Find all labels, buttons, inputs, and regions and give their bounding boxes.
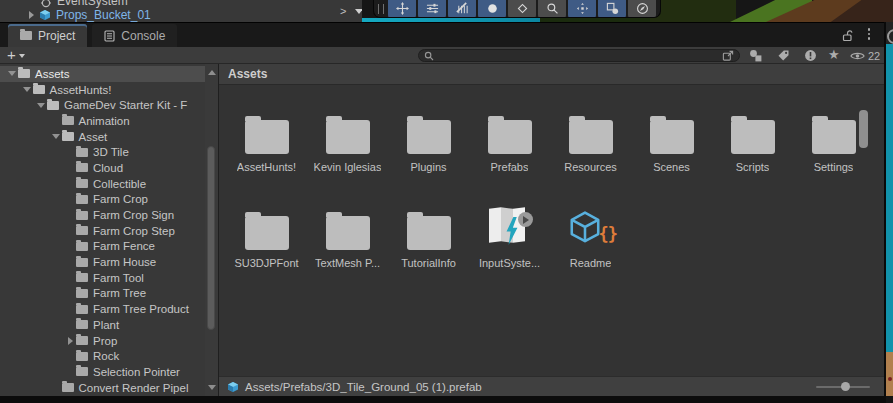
breadcrumb-bar: Assets <box>219 64 884 85</box>
open-search-window-icon[interactable] <box>722 50 734 62</box>
asset-item-inputsyste[interactable]: InputSyste... <box>469 198 550 294</box>
tree-item-collectible[interactable]: Collectible <box>0 176 205 192</box>
asset-icon-wrap <box>245 102 289 154</box>
tree-item-prop[interactable]: Prop <box>0 333 205 349</box>
filter-by-type-button[interactable] <box>749 48 762 63</box>
tree-item-farm-crop-step[interactable]: Farm Crop Step <box>0 223 205 239</box>
folder-icon <box>18 69 30 78</box>
scene-overlay-toolbar <box>373 0 661 18</box>
tree-item-farm-crop[interactable]: Farm Crop <box>0 192 205 208</box>
tag-icon <box>777 49 790 62</box>
twisty-icon[interactable] <box>50 134 62 139</box>
scroll-up-arrow-icon[interactable] <box>208 70 216 75</box>
folder-icon <box>47 101 59 110</box>
mixer-tool-button[interactable] <box>418 0 446 18</box>
scriptable-object-icon: {} <box>565 204 617 250</box>
folder-icon <box>812 120 856 154</box>
tree-item-rock[interactable]: Rock <box>0 348 205 364</box>
twisty-icon[interactable] <box>6 71 18 76</box>
hierarchy-item-props-bucket[interactable]: Props_Bucket_01 <box>29 7 151 22</box>
tree-item-farm-house[interactable]: Farm House <box>0 254 205 270</box>
tree-item-farm-tree[interactable]: Farm Tree <box>0 286 205 302</box>
eye-count: 22 <box>868 50 880 62</box>
overlay-drag-handle[interactable] <box>378 4 384 14</box>
favorites-star-button[interactable]: ★ <box>828 47 840 62</box>
tree-item-farm-crop-sign[interactable]: Farm Crop Sign <box>0 207 205 223</box>
sphere-brush-tool-button[interactable] <box>478 0 506 18</box>
asset-item-textmesh-p[interactable]: TextMesh P... <box>307 198 388 294</box>
tree-item-assets[interactable]: Assets <box>0 66 205 82</box>
asset-item-readme[interactable]: {}Readme <box>550 198 631 294</box>
tree-item-farm-tree-product[interactable]: Farm Tree Product <box>0 301 205 317</box>
prefab-place-tool-button[interactable] <box>598 0 626 18</box>
asset-item-tutorialinfo[interactable]: TutorialInfo <box>388 198 469 294</box>
tab-project[interactable]: Project <box>8 24 87 47</box>
scatter-tool-button[interactable] <box>568 0 596 18</box>
create-asset-button[interactable]: + <box>7 47 25 63</box>
folder-icon <box>62 383 74 392</box>
breadcrumb[interactable]: Assets <box>228 67 267 81</box>
zoom-tool-button[interactable] <box>538 0 566 18</box>
thumbnail-zoom-slider[interactable] <box>816 386 870 388</box>
folder-icon <box>569 120 613 154</box>
move-tool-button[interactable] <box>388 0 416 18</box>
search-field[interactable] <box>418 49 740 62</box>
prefab-open-chevron-icon[interactable]: > <box>340 5 346 17</box>
asset-item-su3djpfont[interactable]: SU3DJPFont <box>226 198 307 294</box>
compass-tool-button[interactable] <box>628 0 656 18</box>
twisty-icon[interactable] <box>64 337 76 345</box>
dropdown-caret-icon[interactable] <box>355 9 362 14</box>
asset-item-kevin-iglesias[interactable]: Kevin Iglesias <box>307 102 388 198</box>
tree-item-selection-pointer[interactable]: Selection Pointer <box>0 364 205 380</box>
tab-console[interactable]: Console <box>92 24 177 47</box>
tree-item-farm-tool[interactable]: Farm Tool <box>0 270 205 286</box>
expand-arrow-icon[interactable] <box>29 11 34 19</box>
asset-item-scripts[interactable]: Scripts <box>712 102 793 198</box>
grid-scrollbar-thumb[interactable] <box>859 110 868 148</box>
asset-item-scenes[interactable]: Scenes <box>631 102 712 198</box>
tab-menu-kebab-icon[interactable] <box>868 28 871 40</box>
hidden-packages-button[interactable] <box>804 48 817 63</box>
tree-item-convert-render-pipel[interactable]: Convert Render Pipel <box>0 380 205 396</box>
tree-item-cloud[interactable]: Cloud <box>0 160 205 176</box>
tree-item-label: Farm Fence <box>93 240 155 252</box>
slider-thumb[interactable] <box>841 382 850 391</box>
folder-icon <box>76 289 88 298</box>
tree-item-plant[interactable]: Plant <box>0 317 205 333</box>
tree-item-label: Farm Crop <box>93 193 148 205</box>
folder-icon <box>76 179 88 188</box>
visibility-toggle[interactable]: 22 <box>850 48 880 63</box>
folder-icon <box>76 242 88 251</box>
terrain-brush-tool-icon <box>456 2 469 15</box>
tree-item-asset[interactable]: Asset <box>0 129 205 145</box>
tree-item-assethunts[interactable]: AssetHunts! <box>0 82 205 98</box>
mesh-paint-tool-button[interactable] <box>508 0 536 18</box>
scroll-down-arrow-icon[interactable] <box>208 385 216 390</box>
folder-icon <box>326 120 370 154</box>
plus-icon: + <box>7 48 16 62</box>
asset-label: Scripts <box>736 161 770 173</box>
asset-item-assethunts[interactable]: AssetHunts! <box>226 102 307 198</box>
twisty-icon[interactable] <box>35 103 47 108</box>
shapes-icon <box>749 49 762 62</box>
unlock-icon[interactable] <box>842 29 854 42</box>
asset-item-prefabs[interactable]: Prefabs <box>469 102 550 198</box>
tree-scrollbar[interactable] <box>205 64 218 396</box>
tree-item-label: Farm Crop Sign <box>93 209 174 221</box>
terrain-brush-tool-button[interactable] <box>448 0 476 18</box>
folder-icon <box>76 352 88 361</box>
tree-scrollbar-thumb[interactable] <box>207 146 215 330</box>
asset-icon-wrap <box>731 102 775 154</box>
folder-icon <box>245 120 289 154</box>
tree-item-farm-fence[interactable]: Farm Fence <box>0 239 205 255</box>
tree-item-animation[interactable]: Animation <box>0 113 205 129</box>
filter-by-label-button[interactable] <box>777 48 790 63</box>
asset-item-plugins[interactable]: Plugins <box>388 102 469 198</box>
tree-item-gamedev-starter-kit-f[interactable]: GameDev Starter Kit - F <box>0 97 205 113</box>
twisty-icon[interactable] <box>21 87 33 92</box>
tree-item-3d-tile[interactable]: 3D Tile <box>0 144 205 160</box>
asset-item-resources[interactable]: Resources <box>550 102 631 198</box>
folder-icon <box>407 120 451 154</box>
folder-icon <box>76 258 88 267</box>
search-input[interactable] <box>438 50 718 61</box>
